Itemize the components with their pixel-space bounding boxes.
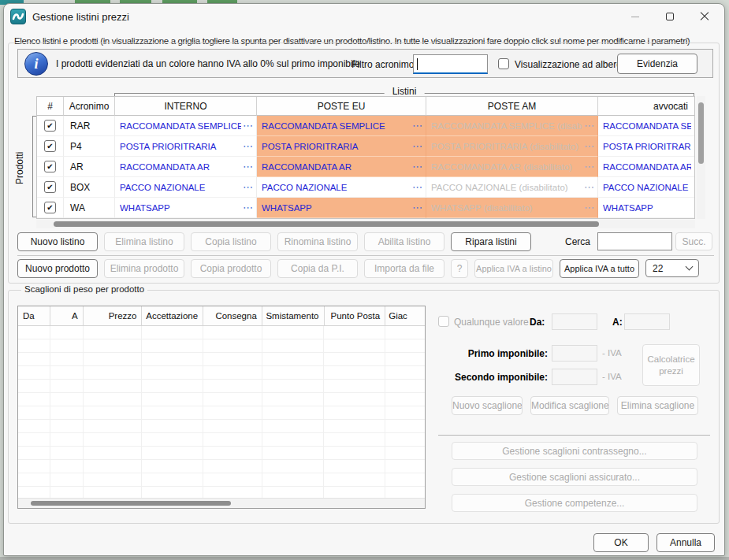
scaglioni-group-label: Scaglioni di peso per prodotto <box>21 284 147 294</box>
annulla-button[interactable]: Annulla <box>656 533 715 552</box>
product-checkbox[interactable]: ✔ <box>44 161 56 172</box>
button-applica-iva-a-tutto[interactable]: Applica IVA a tutto <box>560 259 639 278</box>
ellipsis-button[interactable]: ⋯ <box>412 141 422 151</box>
scaglioni-empty-cell <box>18 433 50 447</box>
banner-message: I prodotti evidenziati da un colore hann… <box>56 58 360 69</box>
button-modifica-scaglione: Modifica scaglione <box>530 396 609 415</box>
ellipsis-button[interactable]: ⋯ <box>243 182 253 192</box>
iva-rate-select[interactable]: 22 <box>645 259 699 277</box>
ellipsis-button[interactable]: ⋯ <box>412 182 422 192</box>
ellipsis-button[interactable]: ⋯ <box>584 182 594 192</box>
product-cell[interactable]: POSTA PRIORITRARIA⋯ <box>115 136 257 157</box>
scaglioni-empty-cell <box>142 353 203 366</box>
scaglioni-empty-row <box>18 447 425 460</box>
product-cell[interactable]: RACCOMANDATA SEMPLICE (disabilitato)⋯ <box>426 116 598 136</box>
product-cell[interactable]: WHATSAPP⋯ <box>115 198 257 218</box>
scaglioni-empty-row <box>18 460 425 473</box>
button-nuovo-prodotto[interactable]: Nuovo prodotto <box>17 259 98 278</box>
product-cell[interactable]: POSTA PRIORITRARIA⋯ <box>257 136 426 157</box>
text-caret <box>417 58 418 70</box>
scaglioni-empty-cell <box>84 420 143 433</box>
info-banner: i I prodotti evidenziati da un colore ha… <box>17 49 713 78</box>
gestione-listini-prezzi-dialog: Gestione listini prezzi Elenco listini e… <box>3 3 725 556</box>
product-cell[interactable]: PACCO NAZIONALE⋯ <box>257 177 426 198</box>
ellipsis-button[interactable]: ⋯ <box>243 161 253 172</box>
product-cell[interactable]: WHATSAPP⋯ <box>257 198 426 218</box>
product-name: PACCO NAZIONALE <box>120 183 241 192</box>
column-header-interno: INTERNO <box>115 97 257 116</box>
scaglioni-empty-row <box>18 433 425 447</box>
product-cell[interactable]: PACCO NAZIONALE (disabilitato)⋯ <box>426 177 598 198</box>
ellipsis-button[interactable]: ⋯ <box>584 161 594 172</box>
product-cell[interactable]: RACCOMANDATA AR (disabilitato)⋯ <box>426 157 598 177</box>
ellipsis-button[interactable]: ⋯ <box>412 202 422 213</box>
scaglioni-empty-row <box>18 326 425 339</box>
scaglioni-empty-cell <box>262 487 325 498</box>
scrollbar-thumb[interactable] <box>54 221 599 227</box>
ellipsis-button[interactable]: ⋯ <box>584 202 594 213</box>
grid-vertical-scrollbar[interactable] <box>697 96 705 219</box>
product-enabled-cell: ✔ <box>37 157 64 177</box>
product-checkbox[interactable]: ✔ <box>44 181 56 193</box>
scaglioni-empty-cell <box>50 460 84 473</box>
scrollbar-thumb[interactable] <box>31 501 231 506</box>
scaglioni-empty-cell <box>84 339 143 353</box>
products-grid: # Acronimo INTERNOPOSTE EUPOSTE AMavvoca… <box>36 96 695 219</box>
scaglioni-empty-cell <box>203 326 262 339</box>
product-checkbox[interactable]: ✔ <box>44 140 56 152</box>
product-cell[interactable]: RACCOMANDATA SEMPLICE⋯ <box>115 116 257 136</box>
product-checkbox[interactable]: ✔ <box>44 120 56 132</box>
primo-imponibile-input <box>552 345 597 362</box>
scaglioni-empty-cell <box>142 473 203 487</box>
grid-horizontal-scrollbar[interactable] <box>36 220 695 228</box>
product-cell[interactable]: RACCOMANDATA AR⋯ <box>257 157 426 177</box>
scaglioni-empty-cell <box>84 487 143 498</box>
product-cell[interactable]: POSTA PRIORITRARIA (disabilitato)⋯ <box>426 136 598 157</box>
product-checkbox[interactable]: ✔ <box>44 202 56 213</box>
close-button[interactable] <box>687 5 722 28</box>
scaglioni-empty-cell <box>385 366 425 380</box>
ellipsis-button[interactable]: ⋯ <box>412 121 422 131</box>
scrollbar-thumb[interactable] <box>698 102 704 164</box>
scaglioni-empty-cell <box>203 366 262 380</box>
product-name: WHATSAPP <box>603 203 691 213</box>
listini-buttons-row: Nuovo listinoElimina listinoCopia listin… <box>17 232 531 251</box>
product-cell[interactable]: RACCOMANDATA SEMPLICE⋯ <box>257 116 426 136</box>
ellipsis-button[interactable]: ⋯ <box>243 121 253 131</box>
scaglioni-empty-row <box>18 420 425 433</box>
tree-view-checkbox[interactable] <box>498 58 509 69</box>
product-cell[interactable]: POSTA PRIORITRARIA <box>598 136 694 157</box>
cerca-input[interactable] <box>597 232 672 250</box>
ok-button[interactable]: OK <box>593 533 649 552</box>
product-cell[interactable]: RACCOMANDATA SEMPLICE <box>598 116 694 136</box>
product-cell[interactable]: RACCOMANDATA AR⋯ <box>115 157 257 177</box>
scaglioni-empty-cell <box>385 339 425 353</box>
product-cell[interactable]: WHATSAPP (disabilitato)⋯ <box>426 198 598 218</box>
scaglioni-horizontal-scrollbar[interactable] <box>18 498 425 508</box>
product-name: WHATSAPP <box>120 203 241 213</box>
ellipsis-button[interactable]: ⋯ <box>584 121 594 131</box>
product-cell[interactable]: WHATSAPP <box>598 198 694 218</box>
ellipsis-button[interactable]: ⋯ <box>584 141 594 151</box>
product-name: POSTA PRIORITRARIA <box>262 142 411 151</box>
ellipsis-button[interactable]: ⋯ <box>243 202 253 213</box>
column-header-check: # <box>37 97 64 116</box>
product-cell[interactable]: PACCO NAZIONALE⋯ <box>115 177 257 198</box>
product-acronym: RAR <box>64 116 115 136</box>
button-abilita-listino: Abilita listino <box>364 232 444 251</box>
filter-acronimo-input[interactable] <box>413 54 488 74</box>
scaglioni-empty-cell <box>18 487 50 498</box>
product-cell[interactable]: RACCOMANDATA AR <box>598 157 694 177</box>
maximize-button[interactable] <box>653 5 687 28</box>
qualunque-valore-label: Qualunque valore <box>454 317 529 328</box>
cerca-label: Cerca <box>565 236 590 247</box>
button-ripara-listini[interactable]: Ripara listini <box>451 232 531 251</box>
button-elimina-prodotto: Elimina prodotto <box>104 259 184 278</box>
primo-iva-suffix: - IVA <box>602 348 622 358</box>
ellipsis-button[interactable]: ⋯ <box>243 141 253 151</box>
button-nuovo-listino[interactable]: Nuovo listino <box>17 232 98 251</box>
ellipsis-button[interactable]: ⋯ <box>412 161 422 172</box>
evidenzia-button[interactable]: Evidenzia <box>617 54 697 74</box>
info-icon: i <box>24 52 48 76</box>
product-cell[interactable]: PACCO NAZIONALE <box>598 177 694 198</box>
